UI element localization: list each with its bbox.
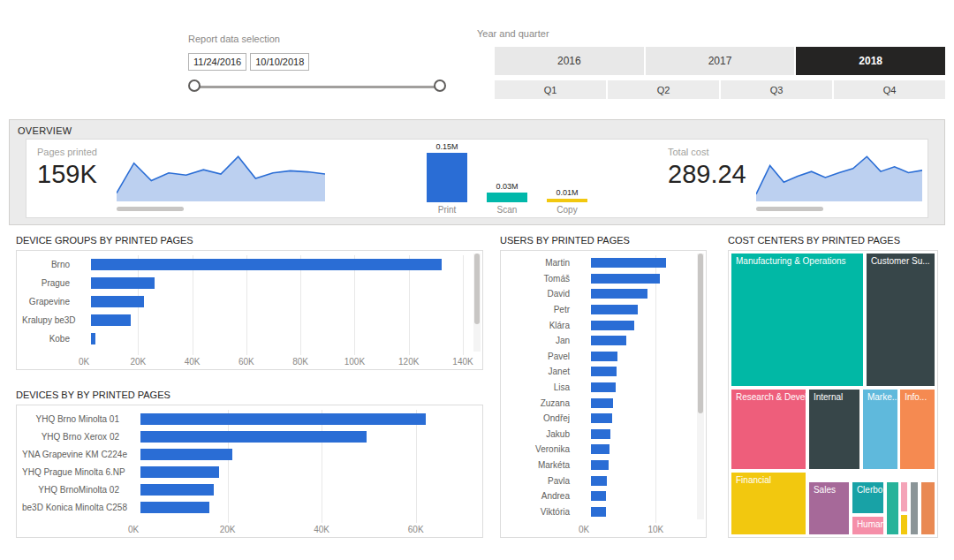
bar[interactable] xyxy=(591,398,613,408)
users-panel: USERS BY PRINTED PAGES MartinTomášDavidP… xyxy=(493,231,714,545)
bar-row: Tomáš xyxy=(506,271,692,287)
axis-tick-label: 0K xyxy=(128,525,139,534)
horizontal-scrollbar-thumb[interactable] xyxy=(117,207,184,211)
axis-tick-label: 60K xyxy=(238,357,254,367)
bar-row: Grapevine xyxy=(22,292,463,311)
category-label: Pavel xyxy=(506,352,584,361)
device-groups-chart: BrnoPragueGrapevineKralupy be3DKobe0K20K… xyxy=(22,255,463,367)
vertical-scrollbar[interactable] xyxy=(697,254,704,519)
data-label: 0.15M xyxy=(435,142,458,151)
category-label: Print xyxy=(438,205,457,216)
x-axis: 0K20K40K60K80K100K120K140K xyxy=(84,355,463,367)
bar-scan[interactable] xyxy=(487,193,527,202)
quarter-button-q2[interactable]: Q2 xyxy=(608,80,719,99)
bar[interactable] xyxy=(591,476,607,486)
treemap-item[interactable] xyxy=(900,481,908,512)
bar[interactable] xyxy=(140,431,367,443)
category-label: Viktória xyxy=(506,507,584,517)
bar[interactable] xyxy=(140,502,209,513)
bar[interactable] xyxy=(91,296,144,307)
mini-bar-group: 0.03MScan xyxy=(486,141,528,216)
year-button-2018[interactable]: 2018 xyxy=(796,47,945,75)
bar[interactable] xyxy=(591,460,609,470)
treemap-item[interactable] xyxy=(900,514,908,535)
bar[interactable] xyxy=(591,429,610,439)
treemap-item-label: Human... xyxy=(852,517,884,532)
bar[interactable] xyxy=(91,259,442,270)
year-button-2016[interactable]: 2016 xyxy=(495,47,644,75)
bar[interactable] xyxy=(91,333,95,344)
bar[interactable] xyxy=(591,413,612,423)
treemap-item[interactable]: Sales xyxy=(808,481,850,535)
total-cost-label: Total cost xyxy=(668,147,746,157)
bar[interactable] xyxy=(91,314,131,326)
treemap-item[interactable] xyxy=(886,481,899,535)
bar[interactable] xyxy=(91,277,155,289)
treemap-item[interactable]: Clerbo xyxy=(852,481,885,513)
treemap-item[interactable]: Financial xyxy=(731,472,806,535)
date-range-slider[interactable] xyxy=(188,79,446,96)
bar[interactable] xyxy=(591,382,616,392)
pages-printed-kpi: Pages printed 159K xyxy=(37,147,97,189)
category-label: Jakub xyxy=(506,429,584,439)
bar-row: Zuzana xyxy=(506,395,692,411)
bar[interactable] xyxy=(591,289,647,299)
axis-tick-label: 0K xyxy=(579,525,589,534)
bar[interactable] xyxy=(591,367,617,376)
treemap-item[interactable]: Customer Su... xyxy=(866,253,935,387)
bar[interactable] xyxy=(591,274,660,284)
bar[interactable] xyxy=(591,507,606,517)
bar[interactable] xyxy=(591,258,666,268)
bar[interactable] xyxy=(591,444,610,454)
slider-handle-end[interactable] xyxy=(434,79,446,92)
category-label: Kobe xyxy=(22,334,84,344)
slider-handle-start[interactable] xyxy=(188,79,201,92)
bar[interactable] xyxy=(591,305,638,314)
horizontal-scrollbar-thumb[interactable] xyxy=(756,207,823,211)
bar[interactable] xyxy=(140,466,219,478)
category-label: Pavla xyxy=(506,476,584,486)
vertical-scrollbar[interactable] xyxy=(473,254,481,352)
vertical-scrollbar-thumb[interactable] xyxy=(698,254,703,413)
quarter-button-q4[interactable]: Q4 xyxy=(834,80,945,99)
bar[interactable] xyxy=(591,352,617,361)
bar-copy[interactable] xyxy=(547,199,587,202)
end-date-input[interactable]: 10/10/2018 xyxy=(250,53,309,71)
pages-printed-sparkline xyxy=(117,150,325,201)
treemap-item-label: Clerbo xyxy=(852,482,884,497)
treemap-item[interactable] xyxy=(920,481,935,535)
bar[interactable] xyxy=(591,321,634,330)
category-label: David xyxy=(506,289,584,299)
axis-tick-label: 40K xyxy=(314,525,329,534)
quarter-button-q3[interactable]: Q3 xyxy=(721,80,832,99)
treemap-item[interactable]: Marke... xyxy=(862,389,898,470)
treemap-item[interactable]: Info... xyxy=(899,389,935,470)
bar[interactable] xyxy=(140,413,426,425)
slider-track[interactable] xyxy=(196,86,438,88)
devices-title: DEVICES BY BY PRINTED PAGES xyxy=(16,390,170,400)
cost-centers-treemap: Manufacturing & OperationsCustomer Su...… xyxy=(731,253,935,535)
device-groups-panel: DEVICE GROUPS BY PRINTED PAGES BrnoPragu… xyxy=(9,231,490,377)
treemap-item[interactable]: Internal xyxy=(808,389,860,470)
vertical-scrollbar-thumb[interactable] xyxy=(474,254,480,324)
treemap-item[interactable]: Human... xyxy=(852,516,885,535)
bar-row: Kobe xyxy=(22,329,463,348)
axis-tick-label: 20K xyxy=(130,357,146,367)
category-label: YHQ Prague Minolta 6.NP xyxy=(22,467,133,477)
category-label: Lisa xyxy=(506,382,584,392)
bar[interactable] xyxy=(591,491,606,501)
bar[interactable] xyxy=(140,484,214,496)
bar-row: YNA Grapevine KM C224e xyxy=(22,445,463,463)
quarter-button-q1[interactable]: Q1 xyxy=(495,80,606,99)
bar-row: Brno xyxy=(22,255,463,274)
category-label: Jan xyxy=(506,336,584,345)
year-button-2017[interactable]: 2017 xyxy=(646,47,795,75)
bar[interactable] xyxy=(140,449,232,460)
category-label: Petr xyxy=(506,305,584,314)
start-date-input[interactable]: 11/24/2016 xyxy=(188,53,246,71)
treemap-item[interactable]: Research & Devel... xyxy=(731,389,806,470)
treemap-item[interactable] xyxy=(910,481,920,535)
bar[interactable] xyxy=(591,336,626,345)
treemap-item[interactable]: Manufacturing & Operations xyxy=(731,253,864,387)
bar-print[interactable] xyxy=(427,153,467,202)
